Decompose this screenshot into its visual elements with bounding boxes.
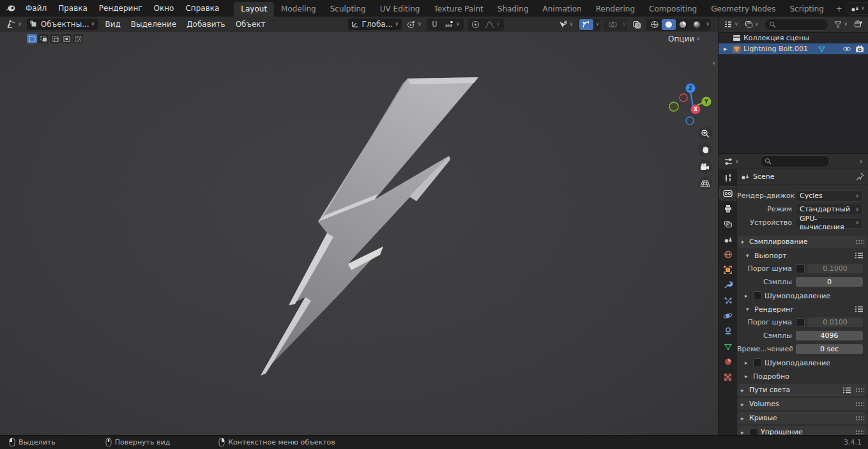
tab-texture[interactable] xyxy=(720,370,736,384)
editor-type-properties-button[interactable]: ∨ xyxy=(721,156,742,167)
chevron-down-icon[interactable]: ∨ xyxy=(622,22,626,27)
shading-solid-button[interactable] xyxy=(662,19,676,30)
snap-target-button[interactable]: ∨ xyxy=(441,19,462,30)
tab-layout[interactable]: Layout xyxy=(234,2,274,17)
gizmo-y-negative[interactable] xyxy=(669,102,678,111)
device-select[interactable]: GPU-вычисления∨ xyxy=(796,217,863,229)
xray-toggle[interactable] xyxy=(630,19,644,30)
preset-icon[interactable] xyxy=(854,305,864,313)
feature-set-select[interactable]: Стандартный∨ xyxy=(796,204,863,215)
tab-rendering[interactable]: Rendering xyxy=(589,2,642,17)
viewport-3d[interactable]: Опции ∨ ‹ Z Y X xyxy=(0,32,718,436)
scene-datablock[interactable]: ∨ Scene xyxy=(848,2,868,15)
shading-rendered-button[interactable] xyxy=(690,19,704,30)
tab-tool[interactable] xyxy=(720,171,736,185)
viewport-denoise-checkbox[interactable] xyxy=(753,291,762,300)
drag-grip-icon[interactable] xyxy=(855,388,864,393)
filter-button[interactable]: ∨ xyxy=(832,20,850,29)
outliner-display-mode-button[interactable]: ∨ xyxy=(742,19,761,29)
light-paths-section-header[interactable]: ▸ Пути света xyxy=(738,384,867,396)
tab-compositing[interactable]: Compositing xyxy=(642,2,704,17)
sampling-section-header[interactable]: ▾ Сэмплирование xyxy=(738,236,867,248)
preset-icon[interactable] xyxy=(842,386,852,394)
menu-render[interactable]: Рендеринг xyxy=(93,4,148,13)
chevron-down-icon[interactable]: ∨ xyxy=(706,22,710,27)
shading-wireframe-button[interactable] xyxy=(648,19,662,30)
render-noise-threshold-checkbox[interactable] xyxy=(796,318,805,327)
drag-grip-icon[interactable] xyxy=(855,430,864,435)
chevron-down-icon[interactable]: ∨ xyxy=(595,22,599,27)
render-samples-value[interactable]: 4096 xyxy=(796,331,863,340)
properties-search[interactable] xyxy=(760,155,830,167)
selectability-visibility-button[interactable]: ∨ xyxy=(556,19,576,30)
properties-search-input[interactable] xyxy=(772,156,825,166)
proportional-editing-toggle[interactable] xyxy=(469,19,482,30)
tab-world[interactable] xyxy=(720,248,736,261)
tab-render[interactable] xyxy=(720,186,736,200)
tab-particles[interactable] xyxy=(720,294,736,307)
outliner-row-object[interactable]: ▶ Lightning Bolt.001 xyxy=(719,43,868,54)
tab-modifiers[interactable] xyxy=(720,278,736,292)
object-lightning-bolt[interactable] xyxy=(0,32,718,436)
outliner-search-input[interactable] xyxy=(776,20,824,29)
preset-icon[interactable] xyxy=(854,252,864,259)
tab-shading[interactable]: Shading xyxy=(491,2,536,17)
render-engine-select[interactable]: Cycles∨ xyxy=(796,190,863,202)
menu-edit[interactable]: Правка xyxy=(52,4,93,13)
chevron-down-icon[interactable]: ∨ xyxy=(859,159,863,164)
time-limit-value[interactable]: 0 sec xyxy=(796,344,863,354)
gizmo-z-negative[interactable] xyxy=(686,117,694,125)
menu-select[interactable]: Выделение xyxy=(126,20,181,29)
menu-add[interactable]: Добавить xyxy=(181,20,230,29)
tab-scene[interactable] xyxy=(720,232,736,246)
editor-type-outliner-button[interactable]: ∨ xyxy=(721,19,741,29)
render-noise-threshold-value[interactable]: 0.0100 xyxy=(807,317,863,327)
tab-scripting[interactable]: Scripting xyxy=(782,2,830,17)
pin-icon[interactable] xyxy=(856,172,864,181)
new-collection-button[interactable] xyxy=(851,19,865,29)
volumes-section-header[interactable]: ▸ Volumes xyxy=(738,398,867,410)
tab-view-layer[interactable] xyxy=(720,217,736,231)
hide-in-viewport-eye-icon[interactable] xyxy=(842,45,851,52)
editor-type-3dview-button[interactable]: ∨ xyxy=(4,19,24,30)
viewport-samples-value[interactable]: 0 xyxy=(796,277,863,287)
menu-file[interactable]: Файл xyxy=(20,4,52,13)
noise-threshold-value[interactable]: 0.1000 xyxy=(807,264,863,273)
transform-orientation-dropdown[interactable]: Глоба... ∨ xyxy=(348,19,402,30)
add-workspace-button[interactable]: + xyxy=(831,2,848,17)
snap-toggle-magnet-icon[interactable] xyxy=(428,19,441,30)
mode-dropdown[interactable]: Объектны... ∨ xyxy=(27,19,98,30)
advanced-row[interactable]: ▸ Подробно xyxy=(745,370,867,382)
menu-help[interactable]: Справка xyxy=(179,4,225,13)
tab-physics[interactable] xyxy=(720,309,736,323)
menu-object[interactable]: Объект xyxy=(231,20,271,29)
proportional-falloff-button[interactable]: ∨ xyxy=(482,19,503,30)
tab-modeling[interactable]: Modeling xyxy=(274,2,323,17)
tab-object[interactable] xyxy=(720,263,736,277)
perspective-toggle-button[interactable] xyxy=(698,176,712,190)
pivot-point-button[interactable]: ∨ xyxy=(404,19,424,30)
outliner-search[interactable] xyxy=(765,19,828,31)
camera-view-button[interactable] xyxy=(698,160,712,174)
zoom-button[interactable] xyxy=(698,126,712,141)
navigation-gizmo[interactable]: Z Y X xyxy=(664,80,718,132)
breadcrumb-label[interactable]: Scene xyxy=(753,172,775,181)
curves-section-header[interactable]: ▸ Кривые xyxy=(738,412,867,424)
tab-texture-paint[interactable]: Texture Paint xyxy=(427,2,490,17)
tab-output[interactable] xyxy=(720,202,736,215)
tab-sculpting[interactable]: Sculpting xyxy=(323,2,373,17)
sampling-viewport-subheader[interactable]: ▾ Вьюпорт xyxy=(743,250,867,261)
sampling-render-subheader[interactable]: ▾ Рендеринг xyxy=(743,303,867,315)
render-denoise-row[interactable]: ▸ Шумоподавление xyxy=(745,357,867,369)
tab-object-data[interactable] xyxy=(720,340,736,353)
tab-constraints[interactable] xyxy=(720,324,736,338)
simplify-section-header[interactable]: ▸ Упрощение xyxy=(738,426,867,436)
disable-in-render-camera-icon[interactable] xyxy=(855,45,864,52)
show-overlays-toggle[interactable] xyxy=(605,19,620,30)
noise-threshold-checkbox[interactable] xyxy=(796,264,805,273)
menu-window[interactable]: Окно xyxy=(148,4,180,13)
tab-geometry-nodes[interactable]: Geometry Nodes xyxy=(704,2,782,17)
expand-icon[interactable]: ▶ xyxy=(724,47,730,52)
tab-material[interactable] xyxy=(720,355,736,369)
show-gizmo-toggle[interactable] xyxy=(579,19,593,30)
